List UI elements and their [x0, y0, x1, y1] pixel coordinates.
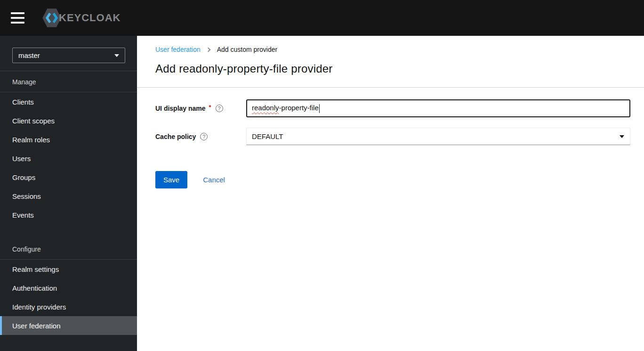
help-icon[interactable]: ? [216, 105, 223, 112]
sidebar-item-user-federation[interactable]: User federation [0, 316, 137, 335]
form-row-cache-policy: Cache policy ? DEFAULT [155, 128, 630, 145]
cancel-link[interactable]: Cancel [203, 176, 225, 184]
input-value: readonly-property-file [252, 104, 320, 113]
nav-section-manage: Manage Clients Client scopes Realm roles… [0, 71, 137, 224]
nav-toggle-button[interactable] [11, 12, 25, 24]
ui-display-name-label: UI display name * ? [155, 105, 246, 112]
nav-section-configure: Configure Realm settings Authentication … [0, 238, 137, 335]
main-content: User federation Add custom provider Add … [137, 36, 644, 351]
chevron-down-icon [114, 54, 119, 57]
sidebar-item-users[interactable]: Users [0, 149, 137, 168]
breadcrumb-current: Add custom provider [217, 46, 277, 53]
form-row-ui-display-name: UI display name * ? readonly-property-fi… [155, 99, 630, 117]
sidebar-item-realm-settings[interactable]: Realm settings [0, 260, 137, 278]
page-header: User federation Add custom provider Add … [137, 36, 644, 88]
required-asterisk: * [209, 104, 211, 111]
provider-form: UI display name * ? readonly-property-fi… [137, 88, 644, 188]
realm-selector[interactable]: master [12, 48, 125, 63]
text-cursor [319, 104, 320, 113]
form-actions: Save Cancel [155, 171, 630, 188]
realm-selector-value: master [18, 51, 40, 59]
sidebar-item-events[interactable]: Events [0, 205, 137, 224]
hamburger-icon [11, 12, 24, 14]
logo-wordmark: KEYCLOAK [59, 12, 121, 24]
help-icon[interactable]: ? [200, 133, 208, 140]
select-value: DEFAULT [252, 132, 283, 140]
sidebar-item-realm-roles[interactable]: Realm roles [0, 130, 137, 149]
chevron-down-icon [620, 135, 624, 138]
cache-policy-select[interactable]: DEFAULT [246, 128, 630, 145]
sidebar-item-identity-providers[interactable]: Identity providers [0, 297, 137, 316]
ui-display-name-input[interactable]: readonly-property-file [246, 99, 630, 117]
breadcrumb: User federation Add custom provider [155, 46, 644, 53]
realm-selector-region: master [0, 36, 137, 71]
chevron-right-icon [206, 47, 210, 52]
sidebar-nav: master Manage Clients Client scopes Real… [0, 36, 137, 351]
keycloak-logo: KEYCLOAK [42, 8, 121, 28]
app-window: KEYCLOAK master Manage Clients Client sc… [0, 0, 644, 351]
save-button[interactable]: Save [155, 171, 187, 188]
nav-section-title: Configure [0, 238, 137, 260]
cache-policy-label: Cache policy ? [155, 133, 246, 140]
page-title: Add readonly-property-file provider [155, 62, 644, 75]
breadcrumb-link-user-federation[interactable]: User federation [155, 46, 201, 53]
sidebar-item-clients[interactable]: Clients [0, 92, 137, 111]
sidebar-item-client-scopes[interactable]: Client scopes [0, 111, 137, 130]
sidebar-item-authentication[interactable]: Authentication [0, 278, 137, 297]
sidebar-item-groups[interactable]: Groups [0, 168, 137, 187]
nav-section-title: Manage [0, 71, 137, 92]
sidebar-item-sessions[interactable]: Sessions [0, 187, 137, 205]
top-bar: KEYCLOAK [0, 0, 644, 36]
